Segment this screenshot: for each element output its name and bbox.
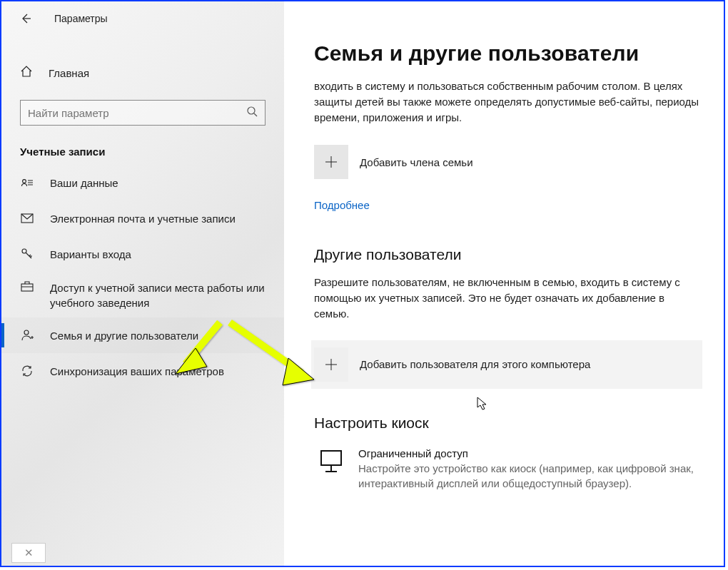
plus-icon xyxy=(314,145,348,179)
other-users-text: Разрешите пользователям, не включенным в… xyxy=(314,275,699,321)
add-family-label: Добавить члена семьи xyxy=(360,156,473,168)
home-icon xyxy=(20,65,33,81)
search-box[interactable] xyxy=(20,100,266,126)
sidebar-item-email-accounts[interactable]: Электронная почта и учетные записи xyxy=(1,200,284,236)
sidebar-item-label: Электронная почта и учетные записи xyxy=(50,211,236,226)
sidebar-item-signin-options[interactable]: Варианты входа xyxy=(1,236,284,272)
key-icon xyxy=(20,248,34,260)
svg-point-5 xyxy=(24,330,29,335)
app-title: Параметры xyxy=(54,13,108,24)
search-input[interactable] xyxy=(28,107,246,119)
sync-icon xyxy=(20,365,34,377)
mail-icon xyxy=(20,213,34,223)
svg-rect-6 xyxy=(321,451,341,465)
briefcase-icon xyxy=(20,280,34,292)
close-icon: ✕ xyxy=(24,546,34,559)
svg-rect-4 xyxy=(21,284,33,291)
sidebar-item-label: Ваши данные xyxy=(50,175,118,190)
intro-text: входить в систему и пользоваться собстве… xyxy=(314,78,699,125)
search-icon xyxy=(246,106,258,120)
other-users-header: Другие пользователи xyxy=(314,246,699,263)
home-nav[interactable]: Главная xyxy=(1,56,284,90)
plus-icon xyxy=(314,347,348,382)
section-header-accounts: Учетные записи xyxy=(20,146,284,158)
add-family-member-button[interactable]: Добавить члена семьи xyxy=(314,145,699,179)
sidebar-item-family[interactable]: Семья и другие пользователи xyxy=(1,317,284,353)
sidebar-item-label: Семья и другие пользователи xyxy=(50,328,198,343)
sidebar-item-your-info[interactable]: Ваши данные xyxy=(1,165,284,200)
kiosk-header: Настроить киоск xyxy=(314,414,699,432)
kiosk-title: Ограниченный доступ xyxy=(358,447,699,459)
close-button[interactable]: ✕ xyxy=(11,543,46,563)
kiosk-desc: Настройте это устройство как киоск (напр… xyxy=(358,461,699,491)
kiosk-icon xyxy=(314,447,348,491)
home-label: Главная xyxy=(49,67,89,79)
add-other-user-button[interactable]: Добавить пользователя для этого компьюте… xyxy=(311,340,702,389)
person-card-icon xyxy=(20,178,34,188)
add-other-label: Добавить пользователя для этого компьюте… xyxy=(360,358,590,370)
back-button[interactable] xyxy=(14,7,37,30)
sidebar: Параметры Главная Учетные записи Ваши да… xyxy=(1,1,284,566)
page-title: Семья и другие пользователи xyxy=(314,41,699,66)
kiosk-row[interactable]: Ограниченный доступ Настройте это устрой… xyxy=(314,447,699,491)
person-plus-icon xyxy=(20,329,34,342)
svg-point-0 xyxy=(248,107,255,114)
sidebar-item-label: Варианты входа xyxy=(50,247,131,262)
svg-point-3 xyxy=(22,249,26,253)
sidebar-item-sync[interactable]: Синхронизация ваших параметров xyxy=(1,353,284,389)
svg-point-1 xyxy=(23,180,26,183)
sidebar-item-work-access[interactable]: Доступ к учетной записи места работы или… xyxy=(1,272,284,317)
sidebar-item-label: Синхронизация ваших параметров xyxy=(50,364,224,379)
sidebar-item-label: Доступ к учетной записи места работы или… xyxy=(50,280,266,310)
learn-more-link[interactable]: Подробнее xyxy=(314,199,370,211)
main-content: Семья и другие пользователи входить в си… xyxy=(284,1,724,566)
